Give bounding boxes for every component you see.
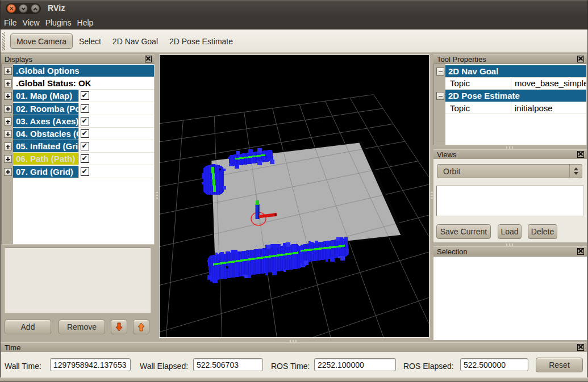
close-button[interactable]: ✕ xyxy=(7,4,16,13)
time-field-input[interactable]: 522.500000 xyxy=(460,358,528,371)
move-up-button[interactable] xyxy=(133,320,149,334)
tool-properties-row[interactable]: 2D Nav Goal xyxy=(445,65,586,78)
expander-plus-icon[interactable] xyxy=(4,168,12,176)
tool-property-value[interactable]: move_base_simple/goal xyxy=(511,78,586,90)
tool-2d-nav-goal[interactable]: 2D Nav Goal xyxy=(107,37,164,46)
dropdown-spinner[interactable] xyxy=(569,165,582,178)
display-row-label: .Global Options xyxy=(13,65,154,77)
time-panel-title: Time xyxy=(1,343,20,352)
tool-move-camera[interactable]: Move Camera xyxy=(10,33,73,49)
tool-properties-splitter-handle[interactable] xyxy=(506,146,514,149)
tool-properties-tree-gutter xyxy=(434,64,445,145)
displays-tree-row[interactable]: 04. Obstacles (GridCells) xyxy=(13,128,154,140)
time-field-input[interactable]: 522.506703 xyxy=(193,358,263,371)
time-field-label: ROS Time: xyxy=(271,362,310,371)
add-button[interactable]: Add xyxy=(5,320,51,334)
views-close-icon[interactable] xyxy=(577,151,584,158)
displays-tree-gutter xyxy=(2,64,13,244)
display-row-label: 05. Inflated (GridCells) xyxy=(13,140,78,152)
expander-plus-icon[interactable] xyxy=(4,117,12,125)
time-close-icon[interactable] xyxy=(577,344,584,351)
display-row-value xyxy=(78,166,154,178)
display-enabled-checkbox[interactable] xyxy=(81,142,89,150)
display-enabled-checkbox[interactable] xyxy=(81,129,89,138)
views-panel-title: Views xyxy=(433,150,456,159)
menu-item-view[interactable]: View xyxy=(20,16,43,29)
selection-panel-title: Selection xyxy=(433,247,467,256)
menu-item-plugins[interactable]: Plugins xyxy=(43,16,74,29)
expander-plus-icon[interactable] xyxy=(4,105,12,113)
expander-plus-icon[interactable] xyxy=(4,155,12,163)
delete-button[interactable]: Delete xyxy=(528,224,557,239)
close-icon: ✕ xyxy=(7,5,15,12)
displays-tree-row[interactable]: .Global Options xyxy=(13,65,154,77)
displays-tree-row[interactable]: 02. Roomba (Polygon) xyxy=(13,103,154,115)
displays-tree-row[interactable]: 05. Inflated (GridCells) xyxy=(13,140,154,153)
tool-2d-pose-estimate[interactable]: 2D Pose Estimate xyxy=(164,37,239,46)
tool-properties-title: Tool Properties xyxy=(433,55,486,64)
tool-property-value[interactable]: initialpose xyxy=(511,102,586,114)
display-enabled-checkbox[interactable] xyxy=(81,117,89,125)
render-viewport[interactable] xyxy=(159,54,429,338)
expander-minus-icon[interactable] xyxy=(436,68,444,75)
minimize-button[interactable] xyxy=(19,4,28,13)
menu-item-help[interactable]: Help xyxy=(74,16,97,29)
reset-button[interactable]: Reset xyxy=(536,358,583,372)
down-arrow-icon xyxy=(115,322,123,331)
display-enabled-checkbox[interactable] xyxy=(81,104,89,113)
left-splitter-handle[interactable] xyxy=(156,192,158,200)
displays-tree-row[interactable]: 03. Axes (Axes) xyxy=(13,115,154,128)
move-down-button[interactable] xyxy=(111,320,127,334)
displays-panel-header[interactable]: Displays xyxy=(1,54,155,64)
up-arrow-icon xyxy=(137,322,145,331)
tool-property-label: Topic xyxy=(445,102,511,114)
tool-properties-row[interactable]: Topicmove_base_simple/goal xyxy=(445,78,586,90)
selection-panel-header[interactable]: Selection xyxy=(433,246,587,256)
expander-plus-icon[interactable] xyxy=(4,67,12,75)
selection-close-icon[interactable] xyxy=(577,248,584,255)
title-bar[interactable]: ✕ RViz xyxy=(0,0,588,16)
time-field-input[interactable]: 1297958942.137653 xyxy=(50,358,131,371)
expander-plus-icon[interactable] xyxy=(4,130,12,138)
display-row-label: 06. Path (Path) xyxy=(13,153,78,165)
display-enabled-checkbox[interactable] xyxy=(81,154,89,163)
time-field-input[interactable]: 2252.100000 xyxy=(314,358,396,371)
views-splitter-handle[interactable] xyxy=(506,244,514,246)
expander-plus-icon[interactable] xyxy=(4,92,12,100)
time-field-label: Wall Time: xyxy=(5,362,41,371)
tool-properties-close-icon[interactable] xyxy=(577,56,584,62)
display-row-value xyxy=(78,128,154,140)
display-enabled-checkbox[interactable] xyxy=(81,91,89,100)
saved-views-list[interactable] xyxy=(436,186,584,216)
displays-tree-row[interactable]: .Global Status: OK xyxy=(13,77,154,90)
time-panel-header[interactable]: Time xyxy=(1,342,587,352)
right-splitter-handle[interactable] xyxy=(431,192,433,200)
maximize-button[interactable] xyxy=(31,4,40,13)
expander-plus-icon[interactable] xyxy=(4,142,12,150)
display-enabled-checkbox[interactable] xyxy=(81,167,89,176)
tool-properties-header[interactable]: Tool Properties xyxy=(433,54,587,64)
selection-panel-body[interactable] xyxy=(433,256,587,340)
window-left-border xyxy=(0,30,1,377)
toolbar-grip-handle[interactable] xyxy=(2,32,5,51)
load-button[interactable]: Load xyxy=(498,224,522,239)
views-panel-header[interactable]: Views xyxy=(433,149,587,159)
tool-group-label: 2D Nav Goal xyxy=(445,65,586,77)
tool-group-label: 2D Pose Estimate xyxy=(445,90,586,102)
view-type-dropdown[interactable]: Orbit xyxy=(437,164,582,178)
remove-button[interactable]: Remove xyxy=(59,320,105,334)
menu-item-file[interactable]: File xyxy=(1,16,20,29)
expander-plus-icon[interactable] xyxy=(4,79,12,87)
maximize-icon xyxy=(34,8,37,11)
tool-properties-row[interactable]: 2D Pose Estimate xyxy=(445,90,586,102)
time-field-label: ROS Elapsed: xyxy=(403,362,454,371)
tool-properties-row[interactable]: Topicinitialpose xyxy=(445,102,586,115)
save-current-button[interactable]: Save Current xyxy=(436,224,491,239)
displays-close-icon[interactable] xyxy=(145,56,152,62)
tool-select[interactable]: Select xyxy=(73,37,107,46)
displays-tree-row[interactable]: 07. Grid (Grid) xyxy=(13,166,154,178)
displays-tree-row[interactable]: 06. Path (Path) xyxy=(13,153,154,165)
displays-tree-row[interactable]: 01. Map (Map) xyxy=(13,90,154,102)
tool-property-label: Topic xyxy=(445,78,511,90)
expander-minus-icon[interactable] xyxy=(436,92,444,100)
